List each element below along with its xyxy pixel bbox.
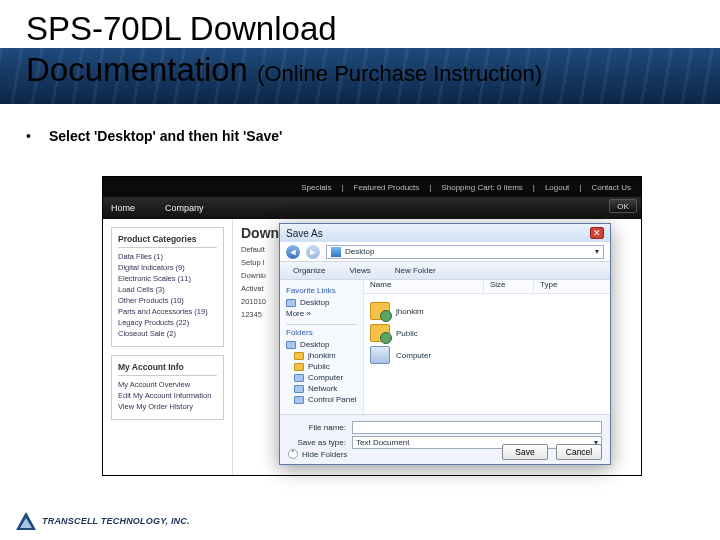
account-link[interactable]: My Account Overview [118,380,217,389]
toplink[interactable]: Featured Products [354,183,420,192]
site-main: Down Default Setup l Downlo Activat 2010… [233,219,641,475]
brand-text: TRANSCELL TECHNOLOGY, INC. [42,516,190,526]
forward-icon[interactable]: ► [306,245,320,259]
user-folder-icon [370,302,390,320]
category-link[interactable]: Digital Indicators (9) [118,263,217,272]
account-link[interactable]: Edit My Account Information [118,391,217,400]
category-link[interactable]: Other Products (10) [118,296,217,305]
back-icon[interactable]: ◄ [286,245,300,259]
slide-header: SPS-70DL Download Documentation (Online … [0,0,720,104]
tree-item[interactable]: Desktop [286,340,357,349]
tree-item[interactable]: Computer [286,373,357,382]
bullet-text: Select 'Desktop' and then hit 'Save' [49,128,283,144]
location-field[interactable]: Desktop ▾ [326,245,604,259]
location-text: Desktop [345,247,374,256]
account-link[interactable]: View My Order History [118,402,217,411]
site-navbar: Home Company [103,197,641,219]
tree-item[interactable]: Network [286,384,357,393]
title-subtitle: (Online Purchase Instruction) [257,61,542,86]
instruction-bullet: • Select 'Desktop' and then hit 'Save' [26,128,720,144]
col-type[interactable]: Type [534,280,610,293]
tree-item[interactable]: Control Panel [286,395,357,404]
category-link[interactable]: Load Cells (3) [118,285,217,294]
slide-title: SPS-70DL Download Documentation (Online … [26,8,542,91]
save-button[interactable]: Save [502,444,548,460]
new-folder-button[interactable]: New Folder [388,264,443,277]
dialog-toolbar: Organize Views New Folder [280,262,610,280]
public-folder-icon [370,324,390,342]
hide-folders-toggle[interactable]: ˄ Hide Folders [288,449,347,459]
bullet-marker: • [26,128,31,144]
folders-heading: Folders [286,324,357,337]
category-link[interactable]: Electronic Scales (11) [118,274,217,283]
ok-button[interactable]: OK [609,199,637,213]
close-icon[interactable]: ✕ [590,227,604,239]
file-item[interactable]: Public [370,324,604,342]
col-size[interactable]: Size [484,280,534,293]
logo-icon [16,512,36,530]
computer-icon [294,374,304,382]
dialog-title-text: Save As [286,228,323,239]
title-line2-main: Documentation [26,51,248,88]
chevron-down-icon[interactable]: ▾ [595,247,599,256]
filename-label: File name: [288,423,346,432]
favlink-more[interactable]: More » [286,309,357,318]
dialog-titlebar: Save As ✕ [280,224,610,242]
file-item[interactable]: Computer [370,346,604,364]
toplink[interactable]: Contact Us [591,183,631,192]
public-folder-icon [294,363,304,371]
filename-input[interactable] [352,421,602,434]
toplink[interactable]: Specials [301,183,331,192]
dialog-footer: File name: Save as type: Text Document ▾… [280,414,610,464]
network-icon [294,385,304,393]
save-as-dialog: Save As ✕ ◄ ► Desktop ▾ Organize Views N… [279,223,611,465]
file-item[interactable]: jhonkim [370,302,604,320]
savetype-label: Save as type: [288,438,346,447]
favlink-desktop[interactable]: Desktop [286,298,357,307]
nav-company[interactable]: Company [165,203,204,213]
user-folder-icon [294,352,304,360]
savetype-value: Text Document [356,438,409,447]
chevron-up-icon: ˄ [288,449,298,459]
desktop-icon [331,247,341,257]
toplink[interactable]: Shopping Cart: 0 items [441,183,522,192]
tree-item[interactable]: jhonkim [286,351,357,360]
col-name[interactable]: Name [364,280,484,293]
embedded-screenshot: Specials| Featured Products| Shopping Ca… [102,176,642,476]
cancel-button[interactable]: Cancel [556,444,602,460]
dialog-address-bar: ◄ ► Desktop ▾ [280,242,610,262]
computer-icon [370,346,390,364]
category-link[interactable]: Closeout Sale (2) [118,329,217,338]
desktop-icon [286,341,296,349]
account-heading: My Account Info [118,362,217,376]
organize-button[interactable]: Organize [286,264,332,277]
title-line1: SPS-70DL Download [26,10,337,47]
views-button[interactable]: Views [342,264,377,277]
tree-item[interactable]: Public [286,362,357,371]
dialog-file-list: Name Size Type jhonkim Public Computer [364,280,610,414]
category-link[interactable]: Data Files (1) [118,252,217,261]
dialog-nav-pane: Favorite Links Desktop More » Folders De… [280,280,364,414]
desktop-icon [286,299,296,307]
category-link[interactable]: Parts and Accessories (19) [118,307,217,316]
control-panel-icon [294,396,304,404]
favorite-links-heading: Favorite Links [286,286,357,295]
column-headers[interactable]: Name Size Type [364,280,610,294]
category-link[interactable]: Legacy Products (22) [118,318,217,327]
product-categories-box: Product Categories Data Files (1) Digita… [111,227,224,347]
toplink[interactable]: Logout [545,183,569,192]
categories-heading: Product Categories [118,234,217,248]
nav-home[interactable]: Home [111,203,135,213]
site-utility-bar: Specials| Featured Products| Shopping Ca… [103,177,641,197]
site-sidebar: Product Categories Data Files (1) Digita… [103,219,233,475]
brand-logo: TRANSCELL TECHNOLOGY, INC. [16,512,190,530]
account-box: My Account Info My Account Overview Edit… [111,355,224,420]
